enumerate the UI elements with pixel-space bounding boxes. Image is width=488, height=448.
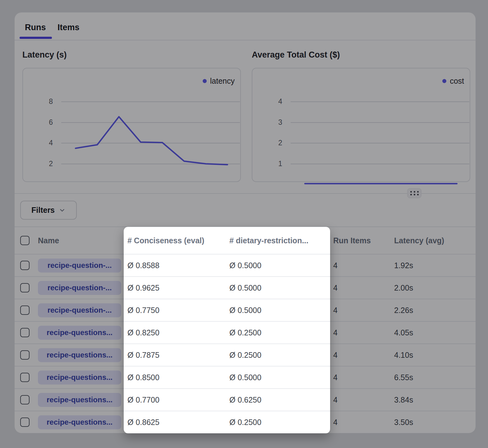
row-checkbox-cell [15,328,38,337]
name-cell: recipe-question-... [38,259,127,273]
conciseness-cell: Ø 0.8588 [127,261,229,270]
dietary-restriction-cell: Ø 0.5000 [229,283,333,292]
table-row[interactable]: recipe-question-...Ø 0.8588Ø 0.500041.92… [15,254,476,276]
runs-table: Name# Conciseness (eval)# dietary-restri… [15,226,476,433]
row-checkbox-cell [15,395,38,404]
dietary-restriction-cell: Ø 0.5000 [229,373,333,382]
row-checkbox[interactable] [20,395,30,404]
run-name-badge[interactable]: recipe-question-... [38,259,121,273]
run-items-cell: 4 [333,261,394,270]
run-name-badge[interactable]: recipe-questions... [38,415,121,429]
name-cell: recipe-questions... [38,415,127,429]
row-checkbox-cell [15,373,38,382]
column-header-conciseness: # Conciseness (eval) [127,236,229,245]
dietary-restriction-cell: Ø 0.2500 [229,351,333,360]
latency-cell: 3.50s [394,418,476,427]
latency-cell: 1.92s [394,261,476,270]
drag-dots-icon [410,191,419,195]
name-cell: recipe-question-... [38,303,127,317]
row-checkbox-cell [15,350,38,360]
conciseness-cell: Ø 0.7750 [127,306,229,315]
run-name-badge[interactable]: recipe-question-... [38,303,121,317]
conciseness-cell: Ø 0.8625 [127,418,229,427]
name-cell: recipe-questions... [38,393,127,407]
run-items-cell: 4 [333,306,394,315]
conciseness-cell: Ø 0.9625 [127,283,229,292]
name-cell: recipe-question-... [38,281,127,295]
run-items-cell: 4 [333,283,394,292]
page: { "tabs": { "runs": "Runs", "items": "It… [0,0,488,448]
latency-cell: 4.05s [394,328,476,337]
latency-cell: 2.26s [394,306,476,315]
dietary-restriction-cell: Ø 0.5000 [229,261,333,270]
latency-chart: latency 8642 [22,68,241,182]
column-header-dietary-restriction: # dietary-restriction... [229,236,333,245]
row-checkbox[interactable] [20,418,30,427]
dietary-restriction-cell: Ø 0.2500 [229,328,333,337]
name-cell: recipe-questions... [38,348,127,362]
row-checkbox-cell [15,306,38,315]
column-header-run-items: Run Items [333,236,394,245]
divider [15,40,476,40]
conciseness-cell: Ø 0.8500 [127,373,229,382]
row-checkbox[interactable] [20,350,30,360]
row-checkbox-cell [15,418,38,427]
tab-runs[interactable]: Runs [25,23,46,32]
table-row[interactable]: recipe-questions...Ø 0.8625Ø 0.250043.50… [15,411,476,433]
select-all-checkbox-cell [15,236,38,245]
table-row[interactable]: recipe-question-...Ø 0.9625Ø 0.500042.00… [15,276,476,299]
conciseness-cell: Ø 0.8250 [127,328,229,337]
cost-chart-title: Average Total Cost ($) [252,50,340,60]
conciseness-cell: Ø 0.7700 [127,395,229,404]
row-checkbox[interactable] [20,283,30,292]
run-items-cell: 4 [333,395,394,404]
runs-panel: Runs Items Latency (s) Average Total Cos… [15,12,476,433]
latency-cell: 3.84s [394,395,476,404]
column-header-latency: Latency (avg) [394,236,476,245]
filters-label: Filters [31,206,55,215]
run-name-badge[interactable]: recipe-questions... [38,326,121,340]
table-row[interactable]: recipe-question-...Ø 0.7750Ø 0.500042.26… [15,299,476,321]
latency-cell: 6.55s [394,373,476,382]
run-name-badge[interactable]: recipe-questions... [38,393,121,407]
tab-items[interactable]: Items [58,23,80,32]
run-items-cell: 4 [333,418,394,427]
table-row[interactable]: recipe-questions...Ø 0.8250Ø 0.250044.05… [15,321,476,343]
run-name-badge[interactable]: recipe-question-... [38,281,121,295]
table-row[interactable]: recipe-questions...Ø 0.7700Ø 0.625043.84… [15,388,476,411]
name-cell: recipe-questions... [38,371,127,385]
run-items-cell: 4 [333,328,394,337]
chevron-down-icon [59,207,66,214]
row-checkbox[interactable] [20,306,30,315]
row-checkbox-cell [15,261,38,270]
cost-chart: cost 4321 [252,68,470,182]
run-items-cell: 4 [333,373,394,382]
column-header-name: Name [38,236,127,245]
cost-line-series [252,68,471,183]
run-items-cell: 4 [333,351,394,360]
select-all-checkbox[interactable] [20,236,30,245]
latency-line-series [23,68,242,183]
name-cell: recipe-questions... [38,326,127,340]
dietary-restriction-cell: Ø 0.6250 [229,395,333,404]
latency-cell: 4.10s [394,351,476,360]
divider [15,193,476,194]
table-row[interactable]: recipe-questions...Ø 0.7875Ø 0.250044.10… [15,343,476,366]
latency-cell: 2.00s [394,283,476,292]
run-name-badge[interactable]: recipe-questions... [38,371,121,385]
run-name-badge[interactable]: recipe-questions... [38,348,121,362]
resize-drag-handle[interactable] [407,188,421,198]
latency-chart-title: Latency (s) [22,50,67,60]
tab-bar: Runs Items [15,12,476,40]
row-checkbox[interactable] [20,261,30,270]
conciseness-cell: Ø 0.7875 [127,351,229,360]
table-header-row: Name# Conciseness (eval)# dietary-restri… [15,226,476,254]
row-checkbox-cell [15,283,38,292]
row-checkbox[interactable] [20,373,30,382]
table-row[interactable]: recipe-questions...Ø 0.8500Ø 0.500046.55… [15,366,476,388]
active-tab-underline [20,37,52,39]
row-checkbox[interactable] [20,328,30,337]
dietary-restriction-cell: Ø 0.2500 [229,418,333,427]
filters-button[interactable]: Filters [20,201,77,220]
dietary-restriction-cell: Ø 0.5000 [229,306,333,315]
